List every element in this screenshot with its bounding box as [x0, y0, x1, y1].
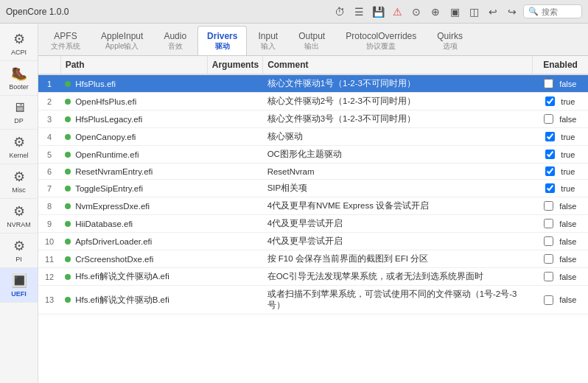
enabled-value: false	[559, 255, 576, 264]
row-num: 13	[38, 286, 60, 315]
enabled-checkbox[interactable]	[545, 150, 555, 159]
col-header-num	[38, 56, 60, 74]
enabled-checkbox[interactable]	[545, 132, 555, 141]
main-layout: ⚙ ACPI🥾 Booter🖥 DP⚙ Kernel⚙ Misc⚙ NVRAM⚙…	[0, 24, 588, 383]
clock-icon[interactable]: ⏱	[332, 4, 348, 20]
row-args	[207, 180, 262, 197]
row-comment: 核心文件驱动1号（1-2-3不可同时用）	[263, 74, 533, 93]
tab-sub-label: 选项	[443, 41, 458, 52]
tab-output[interactable]: Output 输出	[289, 26, 335, 55]
search-icon: 🔍	[528, 7, 539, 16]
table-row[interactable]: 13 Hfs.efi解说文件驱动B.efi 或者扫描不到苹果系统，可尝试使用不同…	[38, 286, 588, 315]
enabled-checkbox[interactable]	[544, 272, 553, 281]
enabled-checkbox[interactable]	[544, 201, 553, 211]
save-icon[interactable]: 💾	[370, 4, 386, 20]
path-text: NvmExpressDxe.efi	[75, 202, 150, 211]
enabled-checkbox[interactable]	[545, 96, 555, 106]
path-text: Hfs.efi解说文件驱动A.efi	[75, 271, 169, 282]
table-row[interactable]: 5 OpenRuntime.efi OC图形化主题驱动 true	[38, 146, 588, 164]
sidebar-item-booter[interactable]: 🥾 Booter	[0, 61, 38, 96]
row-path: OpenRuntime.efi	[60, 146, 207, 164]
table-row[interactable]: 3 HfsPlusLegacy.efi 核心文件驱动3号（1-2-3不可同时用）…	[38, 110, 588, 128]
row-enabled: true	[533, 93, 588, 110]
sidebar-item-acpi[interactable]: ⚙ ACPI	[0, 27, 38, 61]
list-icon[interactable]: ☰	[351, 4, 367, 20]
row-num: 1	[38, 74, 60, 93]
search-input[interactable]	[542, 7, 586, 16]
table-row[interactable]: 9 HiiDatabase.efi 4代及更早尝试开启 false	[38, 215, 588, 233]
enabled-value: false	[559, 80, 576, 88]
row-enabled: false	[533, 250, 588, 268]
layout-icon[interactable]: ◫	[466, 4, 482, 20]
row-args	[207, 286, 262, 315]
tab-sub-label: 文件系统	[51, 41, 80, 52]
path-text: HfsPlus.efi	[75, 80, 116, 88]
warning-icon[interactable]: ⚠	[389, 4, 405, 20]
tab-appleinput[interactable]: AppleInput Apple输入	[91, 26, 153, 55]
row-args	[207, 197, 262, 215]
table-row[interactable]: 2 OpenHfsPlus.efi 核心文件驱动2号（1-2-3不可同时用） t…	[38, 93, 588, 110]
tab-protocoloverrides[interactable]: ProtocolOverrides 协议覆盖	[336, 26, 426, 55]
table-row[interactable]: 6 ResetNvramEntry.efi ResetNvram true	[38, 164, 588, 180]
status-dot	[65, 256, 71, 262]
enabled-checkbox[interactable]	[544, 254, 553, 264]
table-container[interactable]: Path Arguments Comment Enabled 1 HfsPlus…	[38, 56, 588, 383]
row-path: ResetNvramEntry.efi	[60, 164, 207, 180]
table-row[interactable]: 8 NvmExpressDxe.efi 4代及更早有NVME Express 设…	[38, 197, 588, 215]
sidebar-item-nvram[interactable]: ⚙ NVRAM	[0, 199, 38, 233]
search-box[interactable]: 🔍	[523, 4, 582, 18]
enabled-checkbox[interactable]	[544, 295, 553, 305]
row-args	[207, 146, 262, 164]
tab-main-label: Drivers	[207, 31, 237, 41]
path-text: HfsPlusLegacy.efi	[75, 115, 142, 124]
grid-icon[interactable]: ▣	[447, 4, 463, 20]
status-dot	[65, 116, 71, 122]
table-row[interactable]: 4 OpenCanopy.efi 核心驱动 true	[38, 128, 588, 146]
row-path: ApfsDriverLoader.efi	[60, 233, 207, 250]
table-row[interactable]: 7 ToggleSipEntry.efi SIP相关项 true	[38, 180, 588, 197]
tab-sub-label: 输出	[304, 41, 319, 52]
row-comment: 按 F10 会保存当前界面的截图到 EFI 分区	[263, 250, 533, 268]
add-icon[interactable]: ⊕	[427, 4, 444, 20]
table-row[interactable]: 11 CrScreenshotDxe.efi 按 F10 会保存当前界面的截图到…	[38, 250, 588, 268]
redo-icon[interactable]: ↪	[504, 4, 520, 20]
col-header-comment: Comment	[263, 56, 533, 74]
toolbar: ⏱ ☰ 💾 ⚠ ⊙ ⊕ ▣ ◫ ↩ ↪ 🔍	[332, 4, 582, 20]
path-text: CrScreenshotDxe.efi	[75, 255, 153, 264]
row-enabled: true	[533, 164, 588, 180]
tab-quirks[interactable]: Quirks 选项	[427, 26, 472, 55]
enabled-checkbox[interactable]	[544, 219, 553, 228]
tab-apfs[interactable]: APFS 文件系统	[41, 26, 90, 55]
undo-icon[interactable]: ↩	[485, 4, 501, 20]
sidebar-item-dp[interactable]: 🖥 DP	[0, 96, 38, 130]
table-row[interactable]: 12 Hfs.efi解说文件驱动A.efi 在OC引导无法发现苹果系统，或者无法…	[38, 268, 588, 286]
row-path: HiiDatabase.efi	[60, 215, 207, 233]
row-comment: 核心驱动	[263, 128, 533, 146]
sidebar-icon-pi: ⚙	[13, 238, 25, 254]
tab-input[interactable]: Input 输入	[248, 26, 287, 55]
tab-drivers[interactable]: Drivers 驱动	[197, 26, 247, 55]
row-enabled: true	[533, 146, 588, 164]
refresh-icon[interactable]: ⊙	[408, 4, 424, 20]
sidebar-item-uefi[interactable]: 🔳 UEFI	[0, 268, 38, 303]
enabled-checkbox[interactable]	[545, 166, 555, 176]
enabled-checkbox[interactable]	[545, 183, 555, 193]
row-comment: 在OC引导无法发现苹果系统，或者无法到选系统界面时	[263, 268, 533, 286]
enabled-checkbox[interactable]	[544, 114, 553, 124]
sidebar-item-pi[interactable]: ⚙ PI	[0, 233, 38, 268]
sidebar-item-misc[interactable]: ⚙ Misc	[0, 164, 38, 199]
enabled-checkbox[interactable]	[544, 79, 553, 88]
status-dot	[65, 81, 71, 87]
enabled-value: false	[559, 273, 576, 281]
row-num: 8	[38, 197, 60, 215]
row-path: HfsPlusLegacy.efi	[60, 110, 207, 128]
path-text: OpenRuntime.efi	[75, 150, 139, 159]
enabled-checkbox[interactable]	[544, 236, 553, 246]
row-enabled: false	[533, 268, 588, 286]
tab-audio[interactable]: Audio 音效	[154, 26, 196, 55]
tab-main-label: AppleInput	[101, 31, 143, 41]
sidebar-item-kernel[interactable]: ⚙ Kernel	[0, 130, 38, 164]
table-row[interactable]: 1 HfsPlus.efi 核心文件驱动1号（1-2-3不可同时用） false	[38, 74, 588, 93]
row-path: OpenHfsPlus.efi	[60, 93, 207, 110]
table-row[interactable]: 10 ApfsDriverLoader.efi 4代及更早尝试开启 false	[38, 233, 588, 250]
